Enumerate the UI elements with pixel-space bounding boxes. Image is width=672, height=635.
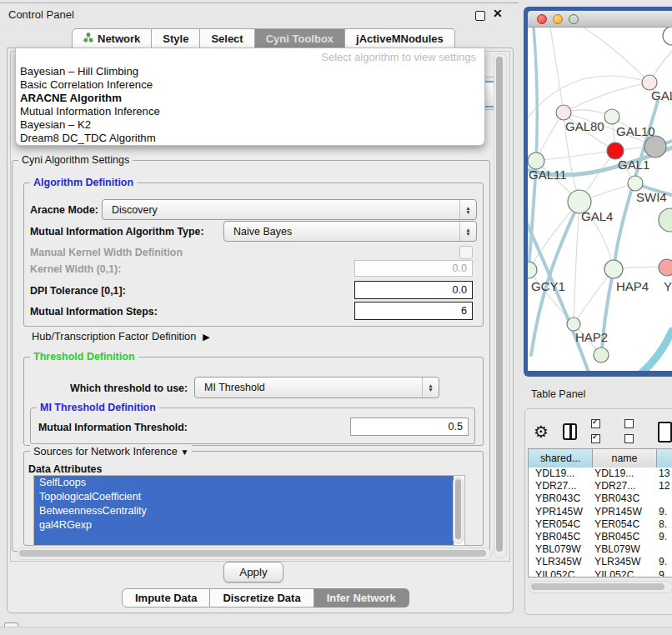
algorithm-item-selected[interactable]: ARACNE Algorithm	[16, 92, 484, 105]
new-document-icon[interactable]	[658, 422, 672, 442]
float-window-icon[interactable]	[475, 11, 485, 21]
which-threshold-combobox[interactable]: MI Threshold ▲▼	[194, 377, 439, 398]
network-canvas[interactable]: GAL GAL80 GAL10 GAL1 GAL11 SWI4 GAL4 GCY…	[528, 28, 672, 371]
table-row[interactable]: YDL19...YDL19...13	[529, 468, 672, 480]
close-icon[interactable]: ✕	[493, 7, 503, 20]
hub-definition-toggle[interactable]: Hub/Transcription Factor Definition▶	[32, 330, 210, 342]
network-node-y[interactable]	[659, 259, 672, 276]
node-label: HAP4	[616, 279, 649, 293]
table-panel-toolbar: ⚙	[534, 418, 672, 445]
aracne-mode-combobox[interactable]: Discovery ▲▼	[102, 199, 477, 220]
mi-threshold-field[interactable]: 0.5	[350, 418, 469, 436]
network-node-hap4[interactable]	[604, 260, 623, 278]
show-columns-icon[interactable]	[591, 417, 610, 447]
minimize-traffic-light-icon[interactable]	[553, 14, 563, 24]
tab-style[interactable]: Style	[152, 28, 200, 48]
dpi-tolerance-field[interactable]: 0.0	[354, 281, 473, 299]
cell-shared: YBR045C	[529, 531, 590, 543]
network-node-gcy1[interactable]	[528, 262, 537, 278]
mi-threshold-label: Mutual Information Threshold:	[38, 422, 188, 433]
algorithm-item[interactable]: Basic Correlation Inference	[16, 78, 484, 92]
network-node-gal80[interactable]	[556, 105, 571, 120]
table-row[interactable]: YDR27...YDR27...12	[529, 480, 672, 492]
algorithm-item[interactable]: Bayesian – K2	[16, 118, 484, 132]
cell-value: 9.	[652, 506, 672, 518]
table-row[interactable]: YPR145WYPR145W9.	[529, 506, 672, 518]
dpi-tolerance-label: DPI Tolerance [0,1]:	[30, 285, 126, 297]
split-columns-icon[interactable]	[563, 423, 577, 440]
tab-jactivemnodules[interactable]: jActiveMNodules	[345, 28, 455, 48]
attribute-item[interactable]: BetweennessCentrality	[34, 504, 464, 518]
tab-jactivemnodules-label: jActiveMNodules	[356, 32, 444, 45]
gear-icon[interactable]: ⚙	[534, 423, 549, 440]
cell-shared: YBR043C	[529, 492, 590, 505]
zoom-traffic-light-icon[interactable]	[569, 14, 579, 24]
network-node-hap2[interactable]	[567, 318, 580, 331]
table-row-clipped[interactable]: YIL052CYIL052C9	[529, 569, 672, 577]
network-window-titlebar[interactable]	[528, 11, 672, 28]
network-node-gal11[interactable]	[528, 152, 544, 169]
table-row[interactable]: YBR043CYBR043C	[529, 492, 672, 505]
cell-value: 9.	[652, 556, 672, 568]
column-header-cutoff[interactable]	[657, 449, 672, 468]
mi-steps-field[interactable]: 6	[354, 302, 473, 320]
column-header-shared[interactable]: shared...	[529, 449, 593, 468]
network-node[interactable]	[663, 28, 672, 45]
attribute-item[interactable]: gal4RGexp	[34, 518, 464, 532]
close-traffic-light-icon[interactable]	[537, 14, 547, 24]
tab-infer-network-label: Infer Network	[327, 592, 396, 604]
cell-shared: YER054C	[529, 518, 590, 531]
tab-select[interactable]: Select	[200, 28, 254, 48]
tab-discretize-data[interactable]: Discretize Data	[210, 588, 313, 608]
cell-name: YBR043C	[590, 492, 652, 505]
network-node-swi4[interactable]	[628, 176, 643, 191]
control-panel-top-border	[0, 2, 519, 3]
algorithm-item[interactable]: Dream8 DC_TDC Algorithm	[16, 132, 484, 145]
algorithm-item[interactable]: Bayesian – Hill Climbing	[16, 65, 484, 78]
mi-type-combobox[interactable]: Naive Bayes ▲▼	[223, 221, 477, 242]
cell-shared: YDL19...	[529, 468, 590, 480]
algorithm-item[interactable]: Mutual Information Inference	[16, 105, 484, 118]
manual-kernel-checkbox[interactable]	[459, 246, 473, 259]
tab-network[interactable]: Network	[72, 28, 152, 48]
settings-vertical-scrollbar[interactable]	[494, 53, 507, 558]
cell-value: 9.	[652, 531, 672, 543]
attribute-item[interactable]: TopologicalCoefficient	[34, 490, 464, 504]
table-row[interactable]: YBR045CYBR045C9.	[529, 531, 672, 543]
apply-button[interactable]: Apply	[223, 562, 283, 582]
network-node-gray[interactable]	[644, 136, 666, 158]
cell-value: 8.	[652, 518, 672, 531]
table-body: YDL19...YDL19...13 YDR27...YDR27...12 YB…	[529, 468, 672, 577]
table-row[interactable]: YLR345WYLR345W9.	[529, 556, 672, 568]
table-row[interactable]: YER054CYER054C8.	[529, 518, 672, 531]
column-header-name[interactable]: name	[593, 449, 657, 468]
sources-toggle[interactable]: Sources for Network Inference ▼	[30, 445, 192, 458]
attributes-list-scrollbar[interactable]	[453, 477, 464, 544]
network-node[interactable]	[594, 348, 609, 362]
network-node[interactable]	[659, 208, 672, 232]
which-threshold-value: MI Threshold	[204, 382, 265, 393]
threshold-definition-title: Threshold Definition	[30, 351, 138, 362]
node-label: GAL10	[616, 124, 655, 138]
algorithm-popup: Select algorithm to view settings Bayesi…	[15, 48, 485, 146]
network-node-gal10[interactable]	[604, 109, 619, 124]
table-horizontal-scrollbar[interactable]	[529, 581, 672, 593]
cell-name: YDL19...	[590, 468, 652, 480]
attribute-item[interactable]: SelfLoops	[34, 476, 464, 490]
kernel-width-field[interactable]: 0.0	[354, 260, 473, 277]
cell-value	[652, 543, 672, 556]
tab-impute-data[interactable]: Impute Data	[122, 588, 210, 608]
network-node-gal1-selected[interactable]	[607, 142, 624, 159]
settings-horizontal-scrollbar[interactable]	[17, 548, 492, 560]
hide-columns-icon[interactable]	[624, 417, 644, 447]
tab-infer-network[interactable]: Infer Network	[314, 588, 409, 608]
manual-kernel-label: Manual Kernel Width Definition	[30, 247, 183, 258]
sources-title: Sources for Network Inference	[33, 445, 178, 458]
tab-style-label: Style	[163, 32, 188, 45]
tab-cyni-toolbox[interactable]: Cyni Toolbox	[255, 28, 345, 48]
table-header-row: shared... name	[529, 449, 672, 468]
table-row[interactable]: YBL079WYBL079W	[529, 543, 672, 556]
cell-name: YER054C	[590, 518, 652, 531]
node-label: HAP2	[575, 330, 608, 344]
cell-name: YPR145W	[590, 506, 652, 518]
